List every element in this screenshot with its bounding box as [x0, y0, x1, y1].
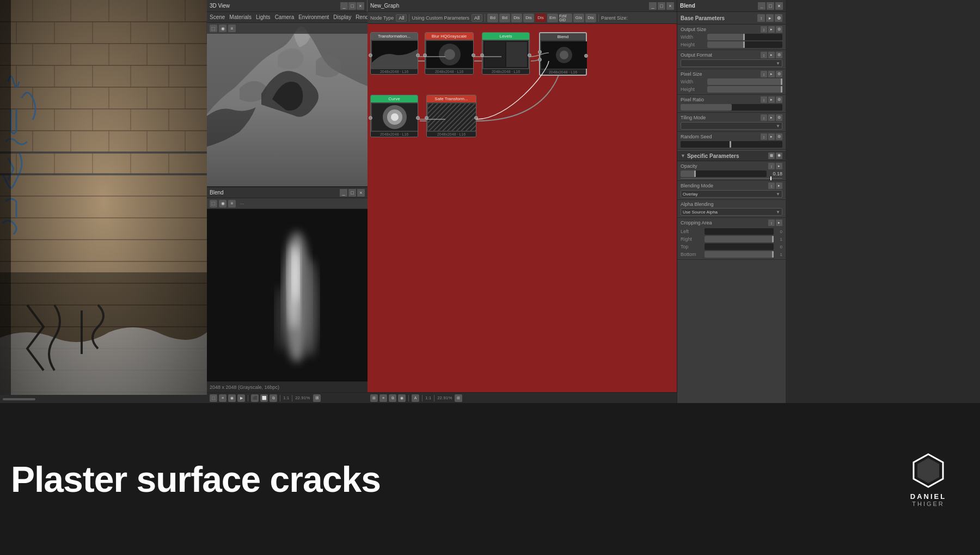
ng-fmt-7[interactable]: FzM GID [559, 14, 572, 22]
port-transformation-in[interactable] [369, 53, 372, 57]
top-crop-slider[interactable] [705, 243, 774, 250]
bt-8[interactable]: ⊞ [313, 394, 321, 402]
width-slider[interactable] [707, 34, 782, 40]
ca-btn1[interactable]: ↕ [768, 219, 775, 226]
opacity-slider[interactable] [681, 170, 767, 177]
sp-btn2[interactable]: ✱ [776, 153, 782, 159]
port-st-out[interactable] [474, 116, 478, 120]
ps-btn3[interactable]: ⚙ [776, 71, 782, 77]
os-btn2[interactable]: ▸ [768, 26, 775, 33]
node-blend[interactable]: Blend 2048x2048 · L16 [539, 32, 587, 76]
props-btn-3[interactable]: × [775, 2, 783, 10]
scroll-thumb[interactable] [3, 398, 35, 400]
pr-btn2[interactable]: ▸ [768, 96, 775, 103]
ng-fmt-6[interactable]: Em [547, 14, 558, 22]
ng-bt-4[interactable]: ◉ [398, 394, 406, 402]
pr-btn3[interactable]: ⚙ [776, 96, 782, 103]
ng-fmt-4[interactable]: Dis [523, 14, 534, 22]
blend-max-btn[interactable]: □ [348, 189, 356, 197]
bt-6[interactable]: ⬜ [260, 394, 268, 402]
base-params-btn1[interactable]: ↕ [757, 14, 765, 22]
blend-tool-3[interactable]: ≡ [228, 200, 236, 208]
rs-btn1[interactable]: ↕ [761, 133, 767, 140]
ng-fmt-1[interactable]: Bd [487, 14, 498, 22]
ng-node-type-value[interactable]: All [396, 14, 407, 22]
menu-environment[interactable]: Environment [298, 14, 329, 20]
ps-btn1[interactable]: ↕ [761, 71, 767, 77]
os-btn1[interactable]: ↕ [761, 26, 767, 33]
ng-bt-6[interactable]: ⊞ [455, 394, 462, 402]
tm-btn2[interactable]: ▸ [768, 114, 775, 121]
view3d-viewport[interactable]: ⬚ ◉ ≡ [207, 23, 367, 186]
view3d-max-btn[interactable]: □ [348, 2, 356, 10]
port-levels-out[interactable] [528, 53, 531, 57]
bm-btn1[interactable]: ↕ [768, 182, 775, 189]
view3d-min-btn[interactable]: _ [340, 2, 348, 10]
bt-3[interactable]: ◉ [228, 394, 236, 402]
ng-fmt-9[interactable]: Dis [585, 14, 596, 22]
vp-tool-2[interactable]: ◉ [219, 25, 226, 32]
tiling-mode-dropdown[interactable]: ▼ [681, 122, 782, 130]
menu-display[interactable]: Display [333, 14, 351, 20]
ng-bt-5[interactable]: A [412, 394, 419, 402]
tm-btn3[interactable]: ⚙ [776, 114, 782, 121]
port-blur-in[interactable] [423, 53, 427, 57]
alpha-blending-dropdown[interactable]: Use Source Alpha ▼ [681, 208, 782, 216]
menu-camera[interactable]: Camera [275, 14, 295, 20]
blend-min-btn[interactable]: _ [340, 189, 347, 197]
output-format-dropdown[interactable]: ▼ [681, 59, 782, 67]
node-levels[interactable]: Levels 2048x2048 · L16 [482, 32, 530, 75]
base-params-btn3[interactable]: ⚙ [775, 14, 782, 22]
bt-2[interactable]: ≡ [219, 394, 226, 402]
bt-1[interactable]: ⬚ [210, 394, 217, 402]
os-btn3[interactable]: ⚙ [776, 26, 782, 33]
bt-4[interactable]: ▶ [237, 394, 245, 402]
rs-btn3[interactable]: ⚙ [776, 133, 782, 140]
op-btn2[interactable]: ▸ [776, 163, 782, 169]
ps-height-slider[interactable] [707, 86, 782, 93]
ng-bt-2[interactable]: ≡ [379, 394, 387, 402]
node-transformation[interactable]: Transformation... 2048x2048 · L16 [370, 32, 418, 75]
height-slider[interactable] [707, 41, 782, 48]
vp-tool-3[interactable]: ≡ [228, 25, 236, 32]
port-blur-out[interactable] [471, 53, 475, 57]
node-safe-transform[interactable]: Safe Transform... [426, 95, 476, 137]
ng-fmt-3[interactable]: Dis [511, 14, 522, 22]
port-blend-in2[interactable] [538, 58, 542, 62]
vp-tool-1[interactable]: ⬚ [210, 25, 217, 32]
bm-btn2[interactable]: ▸ [776, 182, 782, 189]
rs-slider[interactable] [681, 141, 782, 148]
port-levels-in[interactable] [480, 53, 484, 57]
port-blend-out[interactable] [584, 54, 588, 58]
props-btn-1[interactable]: _ [758, 2, 765, 10]
rs-btn2[interactable]: ▸ [768, 133, 775, 140]
bt-5[interactable]: ⬛ [251, 394, 259, 402]
pr-btn1[interactable]: ↕ [761, 96, 767, 103]
ng-max-btn[interactable]: □ [658, 2, 665, 10]
node-curve[interactable]: Curve 2048x2048 · L16 [370, 95, 418, 137]
props-btn-2[interactable]: □ [767, 2, 774, 10]
of-btn3[interactable]: ⚙ [776, 52, 782, 58]
base-params-btn2[interactable]: ▸ [766, 14, 774, 22]
blend-tool-1[interactable]: ⬚ [210, 200, 217, 208]
menu-lights[interactable]: Lights [256, 14, 271, 20]
blend-close-btn[interactable]: × [357, 189, 365, 197]
blend-tool-2[interactable]: ◉ [219, 200, 226, 208]
view3d-close-btn[interactable]: × [357, 2, 364, 10]
op-btn1[interactable]: ↕ [768, 163, 775, 169]
ps-btn2[interactable]: ▸ [768, 71, 775, 77]
ng-close-btn[interactable]: × [666, 2, 674, 10]
port-curve-in[interactable] [369, 116, 372, 120]
port-transformation-out[interactable] [416, 53, 420, 57]
bottom-crop-slider[interactable] [705, 251, 774, 258]
port-curve-out[interactable] [416, 116, 420, 120]
bt-7[interactable]: ⧉ [270, 394, 277, 402]
left-crop-slider[interactable] [705, 228, 774, 235]
ng-fmt-5[interactable]: Dis [535, 14, 546, 22]
sp-btn1[interactable]: ⊞ [768, 153, 775, 159]
ng-using-value[interactable]: All [471, 14, 482, 22]
ng-canvas[interactable]: Transformation... 2048x2048 · L16 [367, 24, 677, 392]
of-btn1[interactable]: ↕ [761, 52, 767, 58]
pr-slider[interactable] [681, 104, 782, 111]
port-st-in[interactable] [425, 116, 428, 120]
